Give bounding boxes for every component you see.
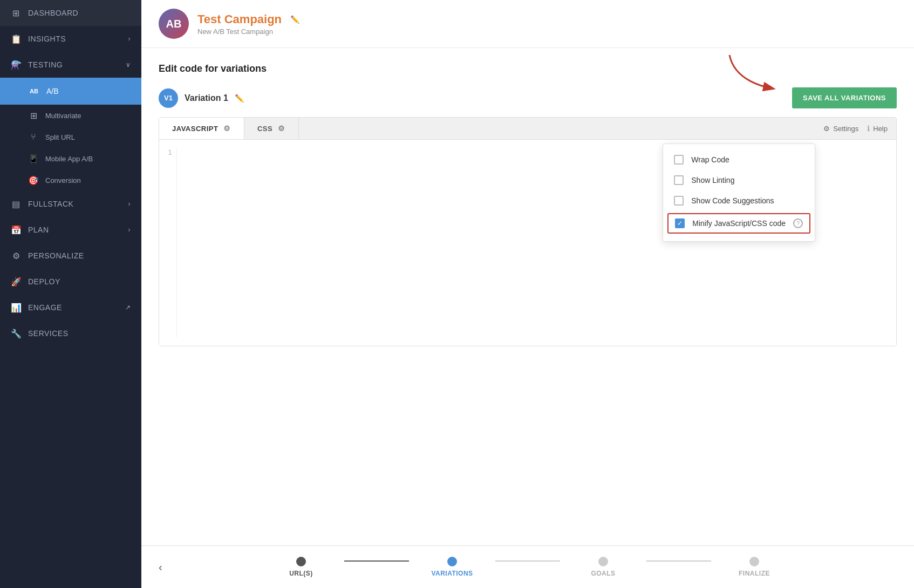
step-urls: URL(S) xyxy=(258,557,344,577)
multivariate-icon: ⊞ xyxy=(28,110,39,121)
sidebar-label: Plan xyxy=(28,225,122,234)
save-area: SAVE ALL VARIATIONS xyxy=(792,87,897,108)
settings-dropdown: Wrap Code Show Linting Show Code Suggest… xyxy=(663,143,815,242)
deploy-icon: 🚀 xyxy=(11,276,22,287)
minify-help-icon[interactable]: ? xyxy=(793,218,803,228)
sidebar-item-multivariate[interactable]: ⊞ Multivariate xyxy=(0,105,141,126)
step-dot-urls xyxy=(296,557,306,566)
minify-label: Minify JavaScript/CSS code xyxy=(692,219,786,228)
tab-css[interactable]: CSS ⚙ xyxy=(244,118,299,139)
settings-gear-icon: ⚙ xyxy=(823,125,830,133)
help-label: Help xyxy=(873,125,888,133)
sidebar-label: Fullstack xyxy=(28,200,122,208)
content-area: Edit code for variations V1 Variation 1 … xyxy=(141,48,914,545)
show-suggestions-checkbox[interactable] xyxy=(674,196,684,206)
dropdown-item-show-linting[interactable]: Show Linting xyxy=(663,170,815,190)
chevron-right-icon: › xyxy=(128,200,131,208)
chevron-right-icon: › xyxy=(128,35,131,43)
mobile-icon: 📱 xyxy=(28,153,39,164)
edit-icon[interactable]: ✏️ xyxy=(290,15,299,24)
step-dot-goals xyxy=(598,557,608,566)
plan-icon: 📅 xyxy=(11,224,22,235)
javascript-settings-icon[interactable]: ⚙ xyxy=(223,124,231,133)
insights-icon: 📋 xyxy=(11,33,22,44)
sidebar-item-spliturl[interactable]: ⑂ Split URL xyxy=(0,126,141,148)
sidebar-label: Personalize xyxy=(28,251,131,260)
sidebar-item-plan[interactable]: 📅 Plan › xyxy=(0,217,141,243)
variation-left: V1 Variation 1 ✏️ xyxy=(159,88,244,108)
campaign-subtitle: New A/B Test Campaign xyxy=(197,28,299,36)
sidebar-item-fullstack[interactable]: ▤ Fullstack › xyxy=(0,191,141,217)
settings-link-label: Settings xyxy=(833,125,858,133)
line-number-1: 1 xyxy=(168,148,172,156)
section-title: Edit code for variations xyxy=(159,63,897,74)
sidebar-label: Mobile App A/B xyxy=(45,155,131,163)
step-line-3 xyxy=(646,560,711,562)
settings-link[interactable]: ⚙ Settings xyxy=(823,125,858,133)
tab-javascript[interactable]: JAVASCRIPT ⚙ xyxy=(159,118,244,139)
minify-checkbox[interactable]: ✓ xyxy=(675,218,685,228)
step-dot-finalize xyxy=(749,557,759,566)
sidebar-item-dashboard[interactable]: ⊞ Dashboard xyxy=(0,0,141,26)
avatar: AB xyxy=(159,9,189,39)
line-numbers: 1 xyxy=(168,148,177,337)
page-header: AB Test Campaign ✏️ New A/B Test Campaig… xyxy=(141,0,914,48)
sidebar-label: Testing xyxy=(28,60,119,69)
variation-name: Variation 1 xyxy=(185,93,228,103)
dropdown-item-show-suggestions[interactable]: Show Code Suggestions xyxy=(663,190,815,211)
step-goals: GOALS xyxy=(560,557,646,577)
sidebar-item-conversion[interactable]: 🎯 Conversion xyxy=(0,169,141,191)
save-all-variations-button[interactable]: SAVE ALL VARIATIONS xyxy=(792,87,897,108)
step-label-goals: GOALS xyxy=(591,570,615,577)
personalize-icon: ⚙ xyxy=(11,250,22,261)
sidebar-label: Services xyxy=(28,329,131,338)
show-linting-label: Show Linting xyxy=(691,176,734,184)
external-link-icon: ↗ xyxy=(125,304,131,311)
sidebar-item-insights[interactable]: 📋 Insights › xyxy=(0,26,141,52)
page-footer: ‹ URL(S) VARIATIONS GOALS FIN xyxy=(141,545,914,588)
variation-edit-icon[interactable]: ✏️ xyxy=(235,94,244,102)
step-finalize: FINALIZE xyxy=(711,557,797,577)
sidebar-item-engage[interactable]: 📊 Engage ↗ xyxy=(0,295,141,320)
step-line-2 xyxy=(495,560,560,562)
sidebar-item-mobileab[interactable]: 📱 Mobile App A/B xyxy=(0,148,141,169)
info-icon: ℹ xyxy=(867,124,870,133)
services-icon: 🔧 xyxy=(11,328,22,339)
dropdown-item-minify[interactable]: ✓ Minify JavaScript/CSS code ? xyxy=(667,213,810,234)
code-editor: JAVASCRIPT ⚙ CSS ⚙ ⚙ Settings ℹ Help xyxy=(159,117,897,346)
sidebar-item-ab[interactable]: AB A/B xyxy=(0,78,141,105)
show-suggestions-label: Show Code Suggestions xyxy=(691,196,774,205)
sidebar-item-services[interactable]: 🔧 Services xyxy=(0,320,141,346)
css-settings-icon[interactable]: ⚙ xyxy=(278,124,285,133)
engage-icon: 📊 xyxy=(11,302,22,313)
editor-right-actions: ⚙ Settings ℹ Help xyxy=(815,124,896,133)
sidebar-item-deploy[interactable]: 🚀 Deploy xyxy=(0,269,141,295)
step-dot-variations xyxy=(447,557,457,566)
main-content: AB Test Campaign ✏️ New A/B Test Campaig… xyxy=(141,0,914,588)
ab-icon: AB xyxy=(28,85,40,97)
sidebar-label: Engage xyxy=(28,303,117,312)
back-button[interactable]: ‹ xyxy=(159,561,162,573)
step-line-1 xyxy=(344,560,409,562)
wrap-code-checkbox[interactable] xyxy=(674,155,684,165)
variation-header: V1 Variation 1 ✏️ SAVE ALL xyxy=(159,87,897,108)
sidebar: ⊞ Dashboard 📋 Insights › ⚗️ Testing ∨ AB… xyxy=(0,0,141,588)
campaign-info: Test Campaign ✏️ New A/B Test Campaign xyxy=(197,12,299,36)
chevron-down-icon: ∨ xyxy=(126,61,131,69)
sidebar-item-testing[interactable]: ⚗️ Testing ∨ xyxy=(0,52,141,78)
show-linting-checkbox[interactable] xyxy=(674,175,684,185)
dropdown-item-wrap-code[interactable]: Wrap Code xyxy=(663,149,815,170)
stepper: URL(S) VARIATIONS GOALS FINALIZE xyxy=(258,557,797,577)
help-link[interactable]: ℹ Help xyxy=(867,124,888,133)
sidebar-item-personalize[interactable]: ⚙ Personalize xyxy=(0,243,141,269)
sidebar-label: Multivariate xyxy=(45,112,131,120)
step-label-finalize: FINALIZE xyxy=(739,570,770,577)
sidebar-label: Conversion xyxy=(45,176,131,184)
editor-tabs: JAVASCRIPT ⚙ CSS ⚙ ⚙ Settings ℹ Help xyxy=(159,118,896,140)
fullstack-icon: ▤ xyxy=(11,199,22,209)
tab-javascript-label: JAVASCRIPT xyxy=(172,125,218,133)
wrap-code-label: Wrap Code xyxy=(691,155,729,164)
sidebar-label: A/B xyxy=(46,87,131,95)
step-label-variations: VARIATIONS xyxy=(431,570,473,577)
sidebar-label: Split URL xyxy=(45,133,131,141)
